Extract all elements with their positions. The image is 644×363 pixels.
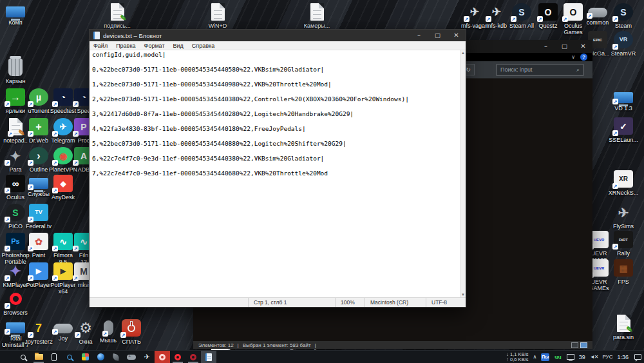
explorer-search-input[interactable]: Поиск: input ⌕ [497,64,583,76]
tray-overflow-icon[interactable]: ∧ [533,354,536,360]
desktop-icon-anydesk[interactable]: ◆↗AnyDesk [40,175,86,201]
taskbar-button-opera-1[interactable] [155,351,170,363]
desktop-icon-kamery[interactable]: Камеры... [294,3,340,29]
search-placeholder: Поиск: input [500,66,532,73]
shortcut-arrow-icon: ↗ [52,131,58,137]
notepad-minimize-button[interactable]: – [410,30,428,41]
desktop-icon-spat[interactable]: ↗СПАТЬ [108,319,155,345]
notepad-close-button[interactable]: ✕ [447,30,466,41]
desktop-icon-federaltv[interactable]: TV↗Federal.tv [15,204,62,230]
list-view-icon[interactable] [571,342,578,348]
search-app-icon [67,355,72,360]
shortcut-arrow-icon: ↗ [511,16,516,22]
desktop-icon-karzyn[interactable]: Карзын [0,59,39,84]
scroll-down-icon[interactable]: ▼ [461,292,465,297]
taskbar-button-start[interactable] [0,351,15,363]
shortcut-arrow-icon: ↗ [28,275,33,281]
taskbar-button-game[interactable] [124,351,139,363]
parasin-label: para.sin [600,334,644,340]
taskbar-button-app-leaf[interactable] [108,351,124,363]
notepad-title: devices.txt – Блокнот [103,32,410,39]
taskbar-button-opera-gx[interactable] [185,351,201,363]
shortcut-arrow-icon: ↗ [464,16,469,22]
desktop-icon-rally[interactable]: DiRT↗Rally [600,231,644,257]
shortcut-arrow-icon: ↗ [73,160,79,166]
app-sphere-icon [97,353,104,360]
search-icon: ⌕ [576,66,580,74]
language-indicator[interactable]: РУС [602,354,612,360]
taskbar-button-notepad[interactable] [201,351,216,363]
shortcut-arrow-icon: ↗ [5,188,10,193]
tray-app-badge[interactable]: Пы [541,353,549,361]
menu-Файл[interactable]: Файл [93,43,108,49]
clock[interactable]: 1:36 [617,354,629,360]
items-count: Элементов: 12 [198,342,234,348]
notepad-window[interactable]: devices.txt – Блокнот – ▢ ✕ ФайлПравкаФо… [89,29,466,308]
browsers-icon: ↗ [6,290,25,308]
desktop-icon-browsers[interactable]: ↗Browsers [0,290,39,316]
taskbar-button-app-sphere[interactable] [93,351,108,363]
tray-temp-value[interactable]: 39 [579,354,585,360]
desktop-icon-parasin[interactable]: ✎para.sin [600,315,644,340]
system-tray: ↓ 1,1 KB/s ↑ 0,6 KB/s ∧ Пы чч 39 ◄✕ РУС … [506,351,644,363]
desktop-icon-vd13[interactable]: ↗VD 1.3 [600,89,644,112]
taskbar-button-photos[interactable] [77,351,93,363]
thumbnail-view-icon[interactable] [580,342,587,348]
help-icon[interactable]: ? [580,54,587,61]
menu-Формат[interactable]: Формат [144,43,165,49]
steam-icon: S↗ [614,3,633,21]
desktop-icon-flysims[interactable]: ✈FlySims [600,204,644,230]
taskbar-button-explorer[interactable] [31,351,46,363]
shortcut-arrow-icon: ↗ [73,246,79,251]
menu-Справка[interactable]: Справка [192,43,214,49]
steam-label: Steam [600,23,644,29]
menu-Правка[interactable]: Правка [116,43,135,49]
desktop-icon-komp[interactable]: Комп [0,3,39,26]
volume-muted-icon[interactable]: ◄✕ [590,354,598,360]
shortcut-arrow-icon: ↗ [52,275,58,281]
desktop-icon-sselaun[interactable]: ✓↗SSELaun... [600,117,644,143]
taskbar-button-search[interactable] [15,351,31,363]
desktop-icon-podpis[interactable]: ✎подпись... [94,3,140,29]
spat-icon: ↗ [122,319,141,337]
shortcut-arrow-icon: ↗ [28,332,33,338]
shortcut-arrow-icon: ↗ [537,16,543,22]
ribbon-collapse-icon[interactable]: ∨ [571,54,575,60]
notepad-vertical-scrollbar[interactable]: ▲ ▼ [460,50,466,297]
xrnecks-label: XRNeckS... [600,190,644,196]
taskbar-button-search-app[interactable] [62,351,77,363]
desktop-icon-steamvr[interactable]: VR↗SteamVR [600,31,644,57]
taskbar-button-phone[interactable] [46,351,62,363]
scroll-up-icon[interactable]: ▲ [461,50,465,55]
shortcut-arrow-icon: ↗ [73,275,79,281]
notepad-text-area[interactable]: configId,guid,model| 0,%22bec073d0-5171-… [90,50,466,297]
tray-monitor-badge[interactable]: чч [554,353,562,361]
taskbar-button-opera-2[interactable] [170,351,185,363]
shortcut-arrow-icon: ↗ [486,16,491,22]
notepad-text[interactable]: configId,guid,model| 0,%22bec073d0-5171-… [92,51,409,177]
desktop-icon-steam[interactable]: S↗Steam [600,3,644,29]
xrnecks-icon: XR↗ [614,170,633,188]
desktop-icon-xrnecks[interactable]: XR↗XRNeckS... [600,170,644,196]
network-icon[interactable] [567,354,574,360]
menu-Вид[interactable]: Вид [173,43,184,49]
shortcut-arrow-icon: ↗ [5,217,10,222]
desktop-icon-fps[interactable]: ▦FPS [600,259,644,285]
steamvr-icon: VR↗ [614,31,633,48]
taskbar-button-flight[interactable]: ✈ [139,351,155,363]
explorer-maximize-button[interactable]: ▢ [555,41,574,52]
vd13-icon: ↗ [614,92,633,103]
explorer-close-button[interactable]: ✕ [574,41,592,52]
explorer-minimize-button[interactable]: – [536,41,555,52]
shortcut-arrow-icon: ↗ [28,131,33,137]
upload-speed: ↑ 0,6 KB/s [506,357,528,362]
action-center-icon[interactable] [634,354,641,360]
zoom-level: 100% [335,298,365,307]
rally-label: Rally [600,250,644,257]
shortcut-arrow-icon: ↗ [73,131,79,137]
cursor-position: Стр 1, стлб 1 [248,298,335,307]
parasin-icon: ✎ [617,315,630,332]
network-speed-widget[interactable]: ↓ 1,1 KB/s ↑ 0,6 KB/s [506,352,528,362]
notepad-titlebar[interactable]: devices.txt – Блокнот – ▢ ✕ [90,30,466,41]
notepad-maximize-button[interactable]: ▢ [428,30,447,41]
